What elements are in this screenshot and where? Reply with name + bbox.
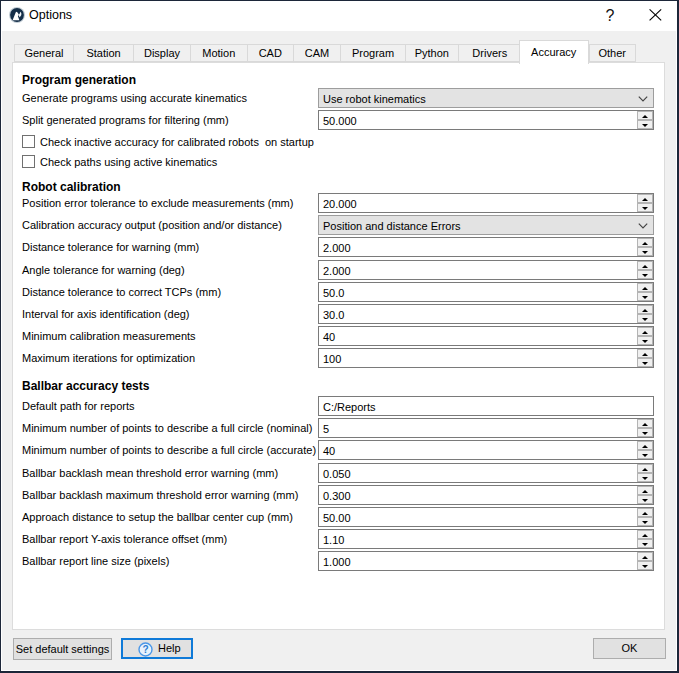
svg-text:?: ? [142,644,148,655]
